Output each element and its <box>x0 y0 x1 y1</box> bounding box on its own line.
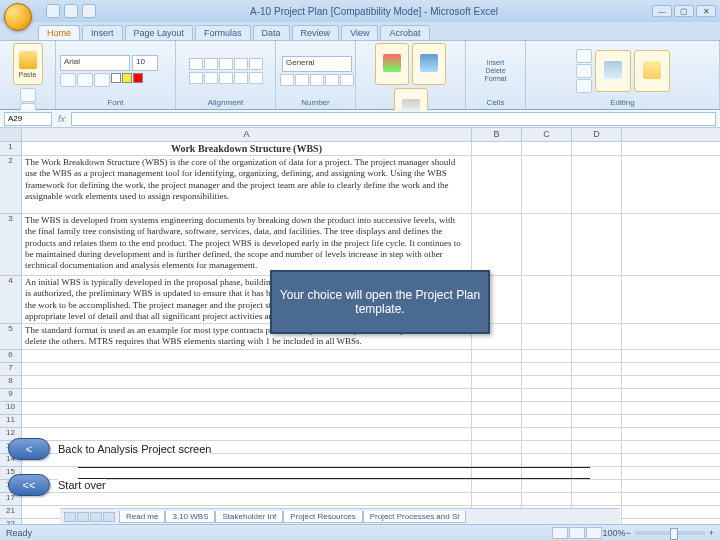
sheet-tab[interactable]: Stakeholder Inf <box>215 511 283 523</box>
view-normal-icon[interactable] <box>552 527 568 539</box>
clear-icon[interactable] <box>576 79 592 93</box>
tab-data[interactable]: Data <box>253 25 290 40</box>
start-over-button[interactable]: << <box>8 474 50 496</box>
sheet-tab[interactable]: Project Processes and St <box>363 511 467 523</box>
cut-icon[interactable] <box>20 88 36 102</box>
tab-view[interactable]: View <box>341 25 378 40</box>
row-header[interactable]: 8 <box>0 376 21 389</box>
insert-cells-button[interactable]: Insert <box>487 59 505 66</box>
col-header-D[interactable]: D <box>572 128 622 141</box>
align-left-icon[interactable] <box>189 72 203 84</box>
paste-button[interactable]: Paste <box>13 43 43 85</box>
tab-nav-next-icon[interactable] <box>90 512 102 522</box>
tab-nav-last-icon[interactable] <box>103 512 115 522</box>
col-header-A[interactable]: A <box>22 128 472 141</box>
row-header[interactable]: 6 <box>0 350 21 363</box>
autosum-icon[interactable] <box>576 49 592 63</box>
find-icon <box>643 61 661 79</box>
row-header[interactable]: 7 <box>0 363 21 376</box>
tab-insert[interactable]: Insert <box>82 25 123 40</box>
find-select-button[interactable] <box>634 50 670 92</box>
align-right-icon[interactable] <box>219 72 233 84</box>
zoom-out-button[interactable]: − <box>625 528 630 538</box>
name-box[interactable]: A29 <box>4 112 52 126</box>
align-middle-icon[interactable] <box>204 58 218 70</box>
comma-icon[interactable] <box>310 74 324 86</box>
row-header[interactable]: 1 <box>0 142 21 156</box>
zoom-slider[interactable] <box>635 531 705 535</box>
sort-filter-button[interactable] <box>595 50 631 92</box>
nav-buttons-overlay: < Back to Analysis Project screen << Sta… <box>8 438 211 496</box>
status-text: Ready <box>6 528 32 538</box>
conditional-formatting-button[interactable] <box>375 43 409 85</box>
fx-icon[interactable]: fx <box>58 114 65 124</box>
tab-review[interactable]: Review <box>292 25 340 40</box>
bold-icon[interactable] <box>60 73 76 87</box>
zoom-value[interactable]: 100% <box>602 528 625 538</box>
orientation-icon[interactable] <box>234 58 248 70</box>
decrease-decimal-icon[interactable] <box>340 74 354 86</box>
minimize-button[interactable]: — <box>652 5 672 17</box>
formula-bar[interactable] <box>71 112 716 126</box>
font-name-combo[interactable]: Arial <box>60 55 130 71</box>
align-bottom-icon[interactable] <box>219 58 233 70</box>
tab-acrobat[interactable]: Acrobat <box>380 25 429 40</box>
close-button[interactable]: ✕ <box>696 5 716 17</box>
ribbon-tabs: Home Insert Page Layout Formulas Data Re… <box>0 22 720 40</box>
merge-icon[interactable] <box>249 72 263 84</box>
group-alignment-label: Alignment <box>180 98 271 107</box>
maximize-button[interactable]: ▢ <box>674 5 694 17</box>
format-cells-button[interactable]: Format <box>484 75 506 82</box>
row-header[interactable]: 10 <box>0 402 21 415</box>
row-header[interactable]: 9 <box>0 389 21 402</box>
qat-undo-icon[interactable] <box>64 4 78 18</box>
col-header-C[interactable]: C <box>522 128 572 141</box>
row-header[interactable]: 11 <box>0 415 21 428</box>
group-font-label: Font <box>60 98 171 107</box>
qat-redo-icon[interactable] <box>82 4 96 18</box>
back-button[interactable]: < <box>8 438 50 460</box>
col-header-B[interactable]: B <box>472 128 522 141</box>
format-as-table-button[interactable] <box>412 43 446 85</box>
row-header[interactable]: 4 <box>0 276 21 324</box>
tab-page-layout[interactable]: Page Layout <box>125 25 194 40</box>
tab-nav-prev-icon[interactable] <box>77 512 89 522</box>
tab-formulas[interactable]: Formulas <box>195 25 251 40</box>
zoom-in-button[interactable]: + <box>709 528 714 538</box>
sheet-tab[interactable]: 3.10 WBS <box>165 511 215 523</box>
fill-color-icon[interactable] <box>122 73 132 83</box>
sheet-tab[interactable]: Read me <box>119 511 165 523</box>
border-icon[interactable] <box>111 73 121 83</box>
percent-icon[interactable] <box>295 74 309 86</box>
underline-icon[interactable] <box>94 73 110 87</box>
wrap-text-icon[interactable] <box>249 58 263 70</box>
office-button[interactable] <box>4 3 32 31</box>
italic-icon[interactable] <box>77 73 93 87</box>
fill-icon[interactable] <box>576 64 592 78</box>
delete-cells-button[interactable]: Delete <box>485 67 505 74</box>
align-center-icon[interactable] <box>204 72 218 84</box>
qat-save-icon[interactable] <box>46 4 60 18</box>
row-header[interactable]: 5 <box>0 324 21 350</box>
cell-A3[interactable]: The WBS is developed from systems engine… <box>22 214 472 275</box>
number-format-combo[interactable]: General <box>282 56 352 72</box>
sheet-tab[interactable]: Project Resources <box>283 511 362 523</box>
clipboard-icon <box>19 51 37 69</box>
tab-nav-first-icon[interactable] <box>64 512 76 522</box>
view-break-icon[interactable] <box>586 527 602 539</box>
align-top-icon[interactable] <box>189 58 203 70</box>
font-size-combo[interactable]: 10 <box>132 55 158 71</box>
increase-decimal-icon[interactable] <box>325 74 339 86</box>
view-layout-icon[interactable] <box>569 527 585 539</box>
currency-icon[interactable] <box>280 74 294 86</box>
font-color-icon[interactable] <box>133 73 143 83</box>
cell-A1[interactable]: Work Breakdown Structure (WBS) <box>22 142 472 155</box>
row-header[interactable]: 3 <box>0 214 21 276</box>
row-header[interactable]: 21 <box>0 506 21 519</box>
tab-home[interactable]: Home <box>38 25 80 40</box>
select-all-corner[interactable] <box>0 128 22 142</box>
cell-A2[interactable]: The Work Breakdown Structure (WBS) is th… <box>22 156 472 213</box>
group-number-label: Number <box>280 98 351 107</box>
row-header[interactable]: 2 <box>0 156 21 214</box>
decrease-indent-icon[interactable] <box>234 72 248 84</box>
